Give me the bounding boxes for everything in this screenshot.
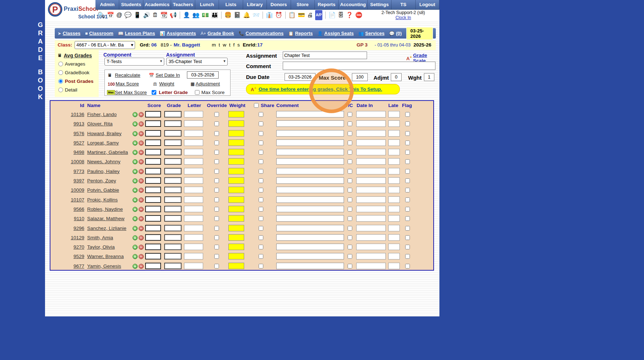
weight-input[interactable] xyxy=(228,234,244,241)
remove-score-icon[interactable]: − xyxy=(139,188,144,193)
printer-icon[interactable]: 🖨 xyxy=(307,11,313,19)
letter-input[interactable] xyxy=(184,215,203,222)
nav-item-link[interactable]: Assign Seats xyxy=(324,31,354,36)
flag-checkbox[interactable] xyxy=(405,112,410,117)
override-checkbox[interactable] xyxy=(214,254,219,259)
student-id-link[interactable]: 10136 xyxy=(71,112,84,117)
share-checkbox[interactable] xyxy=(259,178,263,183)
email-at-icon[interactable]: @ xyxy=(116,11,122,19)
score-input[interactable] xyxy=(145,168,161,174)
add-score-icon[interactable]: + xyxy=(133,131,138,136)
grade-input[interactable] xyxy=(164,244,182,250)
late-input[interactable] xyxy=(388,215,400,222)
avg-grades-link[interactable]: Avg Grades xyxy=(64,53,92,58)
family-icon[interactable]: 👪 xyxy=(211,11,218,19)
grade-input[interactable] xyxy=(164,215,182,222)
late-input[interactable] xyxy=(388,120,400,127)
student-id-link[interactable]: 9270 xyxy=(73,244,84,250)
date-in-input[interactable] xyxy=(356,130,386,137)
nav-services[interactable]: 👥 Services xyxy=(358,31,384,36)
weight-input[interactable] xyxy=(228,187,244,193)
menu-teachers[interactable]: Teachers xyxy=(171,0,195,9)
score-input[interactable] xyxy=(145,149,161,155)
student-name-link[interactable]: Warner, Breanna xyxy=(87,254,124,259)
remove-score-icon[interactable]: − xyxy=(139,245,144,250)
score-input[interactable] xyxy=(145,196,161,203)
override-checkbox[interactable] xyxy=(214,112,219,117)
tc-checkbox[interactable] xyxy=(348,235,352,240)
send-note-icon[interactable]: 📨 xyxy=(252,11,260,19)
late-input[interactable] xyxy=(388,177,400,184)
remove-score-icon[interactable]: − xyxy=(139,112,144,117)
tc-checkbox[interactable] xyxy=(348,245,352,249)
comment-input[interactable] xyxy=(276,215,344,222)
student-id-link[interactable]: 9527 xyxy=(73,140,84,146)
setup-banner-link[interactable]: One time before entering grades, Click T… xyxy=(259,86,382,92)
comment-input[interactable] xyxy=(276,206,344,212)
late-input[interactable] xyxy=(388,139,400,146)
student-id-link[interactable]: 10107 xyxy=(71,197,84,203)
share-checkbox[interactable] xyxy=(259,188,263,192)
override-checkbox[interactable] xyxy=(214,169,219,174)
grade-input[interactable] xyxy=(164,187,182,193)
nav-item-link[interactable]: Grade Book xyxy=(207,31,234,36)
set-max-score-link[interactable]: Set Max Score xyxy=(115,90,147,95)
grade-input[interactable] xyxy=(164,206,182,212)
weight-input[interactable] xyxy=(228,120,244,127)
override-checkbox[interactable] xyxy=(214,131,219,136)
add-score-icon[interactable]: + xyxy=(133,216,138,221)
tc-checkbox[interactable] xyxy=(348,121,352,126)
student-name-link[interactable]: Glover, Rita xyxy=(87,121,113,126)
add-score-icon[interactable]: + xyxy=(133,159,138,164)
grade-input[interactable] xyxy=(164,130,182,137)
add-score-icon[interactable]: + xyxy=(133,188,138,193)
letter-input[interactable] xyxy=(184,225,203,231)
grade-input[interactable] xyxy=(164,168,182,174)
remove-score-icon[interactable]: − xyxy=(139,235,144,240)
late-input[interactable] xyxy=(388,263,400,269)
share-checkbox[interactable] xyxy=(259,245,263,249)
score-input[interactable] xyxy=(145,206,161,212)
weight-input[interactable] xyxy=(228,225,244,231)
student-name-link[interactable]: Prokic, Kollins xyxy=(87,197,118,203)
assignment-select[interactable]: 35-Chapter Test ▾ xyxy=(166,58,228,66)
letter-input[interactable] xyxy=(184,139,203,146)
comment-input[interactable] xyxy=(276,234,344,241)
due-date-input[interactable] xyxy=(285,73,316,81)
max-score-input[interactable] xyxy=(352,73,368,81)
weight-input[interactable] xyxy=(228,111,244,117)
date-in-input[interactable] xyxy=(356,177,386,184)
student-name-link[interactable]: Salazar, Matthew xyxy=(87,216,125,221)
letter-input[interactable] xyxy=(184,187,203,193)
flag-checkbox[interactable] xyxy=(405,245,410,249)
date-in-input[interactable] xyxy=(356,225,386,231)
weight-input[interactable] xyxy=(228,149,244,155)
nav-item-link[interactable]: Classes xyxy=(63,31,80,36)
score-input[interactable] xyxy=(145,253,161,259)
nav-item-link[interactable]: Communications xyxy=(246,31,283,36)
weight-input[interactable] xyxy=(228,215,244,222)
weight-input[interactable] xyxy=(228,263,244,269)
score-input[interactable] xyxy=(145,139,161,146)
comment-input[interactable] xyxy=(276,225,344,231)
spreadsheet-icon[interactable]: 📋 xyxy=(289,11,296,19)
add-score-icon[interactable]: + xyxy=(133,112,138,117)
add-score-icon[interactable]: + xyxy=(133,141,138,146)
student-id-link[interactable]: 9498 xyxy=(73,150,84,155)
late-input[interactable] xyxy=(388,225,400,231)
letter-input[interactable] xyxy=(184,158,203,165)
menu-logout[interactable]: Logout xyxy=(416,0,439,9)
override-checkbox[interactable] xyxy=(214,150,219,155)
add-score-icon[interactable]: + xyxy=(133,207,138,212)
letter-input[interactable] xyxy=(184,168,203,174)
date-calendar-icon[interactable]: 📆 xyxy=(160,11,167,19)
flag-checkbox[interactable] xyxy=(405,141,410,145)
override-checkbox[interactable] xyxy=(214,159,219,164)
add-score-icon[interactable]: + xyxy=(133,235,138,240)
flag-checkbox[interactable] xyxy=(405,207,410,212)
share-all-checkbox[interactable] xyxy=(254,103,259,108)
speaker-icon[interactable]: 🔊 xyxy=(143,11,150,19)
comment-input[interactable] xyxy=(276,253,344,259)
letter-input[interactable] xyxy=(184,177,203,184)
person-icon[interactable]: 👥 xyxy=(192,11,200,19)
